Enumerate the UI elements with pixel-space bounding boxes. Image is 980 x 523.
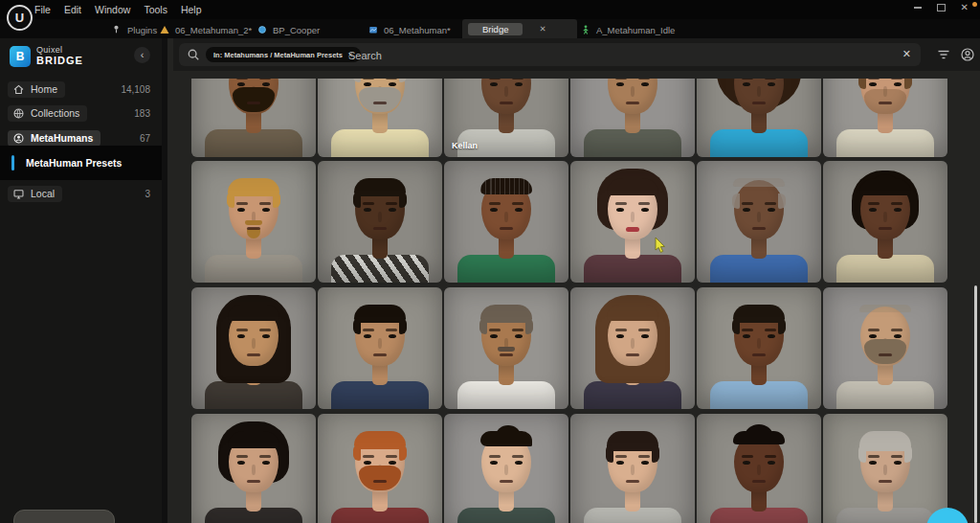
metahuman-tile[interactable] bbox=[444, 161, 568, 283]
portrait bbox=[570, 79, 695, 157]
tab-close-icon[interactable]: ✕ bbox=[539, 24, 546, 34]
sidebar-item-count: 14,108 bbox=[121, 84, 154, 95]
portrait bbox=[318, 414, 442, 523]
sidebar-item-home[interactable]: Home 14,108 bbox=[8, 80, 154, 99]
tab-06-metahuman-[interactable]: 06_Metahuman* bbox=[362, 21, 457, 38]
portrait bbox=[697, 287, 821, 409]
metahuman-tile[interactable] bbox=[318, 79, 442, 157]
tab-icon bbox=[256, 24, 268, 35]
metahuman-tile[interactable] bbox=[318, 161, 442, 283]
metahuman-tile[interactable] bbox=[823, 287, 947, 409]
metahuman-tile[interactable] bbox=[570, 287, 695, 409]
metahuman-tile[interactable] bbox=[570, 414, 695, 523]
menu-window[interactable]: Window bbox=[95, 4, 130, 15]
portrait bbox=[823, 414, 947, 523]
close-button[interactable]: ✕ bbox=[961, 3, 969, 12]
sidebar-item-icon bbox=[12, 132, 25, 145]
tab-icon bbox=[159, 24, 170, 35]
portrait bbox=[570, 414, 695, 523]
tab-label: BP_Cooper bbox=[273, 25, 320, 35]
unreal-logo-icon[interactable]: U bbox=[7, 5, 33, 31]
sidebar-collapse-button[interactable]: ‹ bbox=[134, 47, 150, 63]
tab-bp-cooper[interactable]: BP_Cooper bbox=[251, 21, 325, 38]
sidebar-item-collections[interactable]: Collections 183 bbox=[8, 103, 154, 123]
quixel-bridge-panel: B Quixel BRIDGE ‹ Home 14,108 Collection… bbox=[0, 38, 980, 523]
sidebar-item-label: MetaHuman Presets bbox=[26, 157, 122, 169]
portrait bbox=[191, 161, 316, 283]
search-clear-icon[interactable]: ✕ bbox=[902, 48, 911, 60]
sidebar-item-pill: MetaHumans bbox=[8, 130, 100, 147]
editor-tab-bar: Plugins 06_Metahuman_2* BP_Cooper 06_Met… bbox=[0, 19, 980, 38]
sidebar-item-pill: Home bbox=[8, 81, 65, 98]
sidebar-item-pill: MetaHuman Presets bbox=[0, 155, 129, 171]
metahuman-tile[interactable] bbox=[823, 161, 947, 283]
metahuman-tile[interactable] bbox=[570, 79, 695, 157]
metahuman-tile[interactable] bbox=[191, 414, 316, 523]
sidebar-item-count: 67 bbox=[140, 133, 154, 144]
grid-row bbox=[173, 287, 980, 409]
sidebar-item-label: Collections bbox=[31, 107, 79, 119]
tab-label: Bridge bbox=[468, 23, 523, 35]
sidebar-item-metahuman-presets[interactable]: MetaHuman Presets bbox=[0, 146, 162, 180]
portrait bbox=[444, 414, 568, 523]
menu-tools[interactable]: Tools bbox=[144, 4, 167, 15]
metahuman-tile[interactable] bbox=[697, 414, 821, 523]
sidebar: B Quixel BRIDGE ‹ Home 14,108 Collection… bbox=[0, 38, 167, 523]
metahuman-tile[interactable] bbox=[823, 79, 947, 157]
account-icon[interactable] bbox=[960, 47, 975, 62]
metahuman-tile[interactable] bbox=[318, 287, 442, 409]
selected-accent-bar bbox=[11, 155, 14, 171]
portrait bbox=[823, 79, 947, 157]
sidebar-item-local[interactable]: Local 3 bbox=[8, 184, 154, 203]
filter-icon[interactable] bbox=[936, 47, 951, 62]
metahuman-tile[interactable] bbox=[444, 414, 568, 523]
scrollbar-thumb[interactable] bbox=[974, 285, 977, 523]
search-filter-chip[interactable]: In: Metahumans / MetaHuman Presets ✕ bbox=[206, 47, 361, 62]
metahuman-tile[interactable] bbox=[191, 161, 316, 283]
metahuman-tile[interactable] bbox=[191, 79, 316, 157]
metahuman-tile[interactable] bbox=[444, 287, 568, 409]
quixel-bridge-logo-icon: B bbox=[10, 46, 31, 67]
portrait bbox=[570, 287, 695, 409]
portrait bbox=[191, 414, 316, 523]
sidebar-item-label: Home bbox=[31, 83, 57, 95]
metahuman-tile[interactable] bbox=[318, 414, 442, 523]
metahuman-tile[interactable] bbox=[191, 287, 316, 409]
sidebar-item-metahumans[interactable]: MetaHumans 67 bbox=[8, 128, 154, 148]
search-icon bbox=[187, 48, 200, 61]
unreal-editor-window: U FileEditWindowToolsHelp ✕ Plugins 06_M… bbox=[0, 0, 980, 523]
sidebar-item-label: Local bbox=[31, 188, 55, 199]
metahuman-tile[interactable] bbox=[697, 79, 821, 157]
metahuman-tile[interactable]: Kellan bbox=[444, 79, 568, 157]
search-filter-chip-label: In: Metahumans / MetaHuman Presets bbox=[213, 51, 343, 59]
brand-name-line1: Quixel bbox=[36, 45, 62, 55]
metahuman-tile[interactable] bbox=[570, 161, 695, 283]
window-controls: ✕ bbox=[914, 0, 969, 15]
tab-a-metahuman-idle[interactable]: A_Metahuman_Idle bbox=[574, 21, 680, 38]
grid-row bbox=[173, 414, 980, 523]
sidebar-item-pill: Local bbox=[8, 186, 62, 202]
menu-file[interactable]: File bbox=[34, 4, 51, 15]
portrait bbox=[318, 161, 442, 283]
search-header: In: Metahumans / MetaHuman Presets ✕ ✕ bbox=[173, 38, 980, 71]
metahuman-tile[interactable] bbox=[823, 414, 947, 523]
portrait bbox=[444, 161, 568, 283]
menu-help[interactable]: Help bbox=[181, 4, 202, 15]
tab-icon bbox=[580, 24, 591, 35]
tab-06-metahuman-2-[interactable]: 06_Metahuman_2* bbox=[153, 21, 257, 38]
portrait bbox=[318, 79, 442, 157]
tab-label: 06_Metahuman* bbox=[384, 25, 451, 35]
tab-label: 06_Metahuman_2* bbox=[175, 25, 252, 35]
minimize-button[interactable] bbox=[914, 7, 922, 9]
metahuman-tile[interactable] bbox=[697, 287, 821, 409]
menu-edit[interactable]: Edit bbox=[64, 4, 81, 15]
sidebar-item-count: 183 bbox=[134, 108, 154, 119]
search-input[interactable] bbox=[346, 43, 733, 68]
tile-name-label: Kellan bbox=[452, 141, 478, 150]
portrait bbox=[444, 287, 568, 409]
maximize-button[interactable] bbox=[937, 4, 946, 11]
search-bar[interactable]: In: Metahumans / MetaHuman Presets ✕ ✕ bbox=[179, 43, 921, 66]
tab-bridge[interactable]: Bridge ✕ bbox=[462, 19, 577, 38]
metahuman-tile[interactable] bbox=[697, 161, 821, 283]
title-bar: U FileEditWindowToolsHelp ✕ bbox=[0, 0, 980, 19]
